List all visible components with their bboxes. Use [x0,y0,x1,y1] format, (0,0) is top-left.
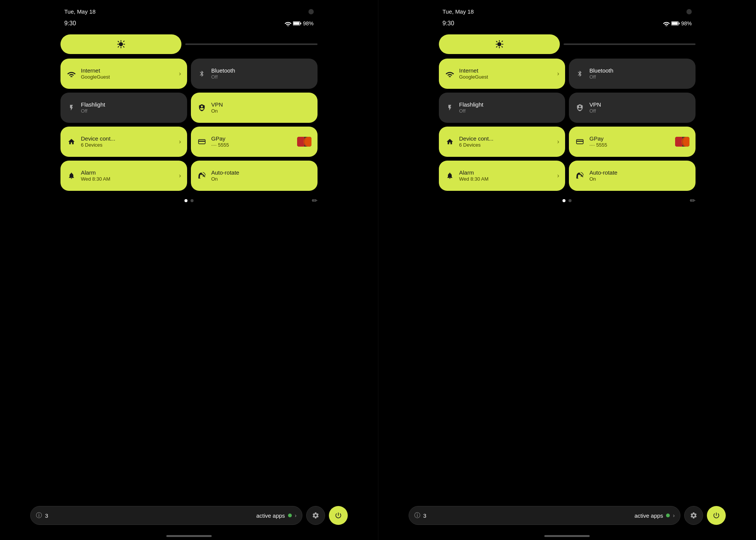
internet-tile-left[interactable]: Internet GoogleGuest › [60,59,187,89]
left-panel: Tue, May 18 9:30 98% [0,0,378,540]
power-button-right[interactable] [707,506,726,525]
gpay-text-right: GPay ···· 5555 [589,135,671,149]
vpn-svg-left [198,104,206,111]
brightness-track-right[interactable] [564,43,696,45]
wifi-tile-icon-left [67,69,76,79]
wifi-tile-svg-right [446,70,454,77]
power-button-left[interactable] [329,506,348,525]
brightness-pill-left[interactable] [60,34,181,54]
device-control-chevron-right: › [557,138,559,145]
device-control-tile-right[interactable]: Device cont... 6 Devices › [439,127,565,157]
brightness-row-left[interactable] [60,34,318,54]
camera-indicator-right [686,9,692,14]
home-tile-icon-left [67,137,76,147]
autorotate-subtitle-left: On [211,176,311,183]
bluetooth-tile-right[interactable]: Bluetooth Off [569,59,696,89]
flashlight-tile-left[interactable]: Flashlight Off [60,93,187,123]
alarm-chevron-left: › [179,172,181,179]
gpay-tile-right[interactable]: GPay ···· 5555 [569,127,696,157]
bluetooth-tile-left[interactable]: Bluetooth Off [191,59,318,89]
status-icons-left: 98% [285,20,313,26]
home-svg-left [68,138,75,145]
vpn-tile-icon-right [575,103,585,113]
card-svg-left [198,139,206,145]
flashlight-title-left: Flashlight [81,101,181,108]
device-control-title-left: Device cont... [81,135,174,142]
bluetooth-title-right: Bluetooth [589,67,689,74]
status-icons-right: 98% [663,20,692,26]
vpn-tile-right[interactable]: VPN Off [569,93,696,123]
info-icon-left: ⓘ [36,512,42,520]
dot-2-left [191,199,194,202]
gpay-card-icon-left [297,137,311,147]
active-apps-pill-right[interactable]: ⓘ 3 active apps › [409,506,681,525]
alarm-subtitle-right: Wed 8:30 AM [459,176,553,183]
bottom-bar-right: ⓘ 3 active apps › [409,506,726,525]
gear-button-left[interactable] [306,506,325,525]
flashlight-title-right: Flashlight [459,101,559,108]
bluetooth-text-right: Bluetooth Off [589,67,689,80]
flashlight-tile-icon-left [67,103,76,113]
gpay-tile-left[interactable]: GPay ···· 5555 [191,127,318,157]
svg-rect-9 [576,141,583,142]
home-svg-right [446,138,454,145]
device-control-subtitle-right: 6 Devices [459,142,553,149]
wifi-tile-svg-left [67,70,76,77]
alarm-subtitle-left: Wed 8:30 AM [81,176,174,183]
brightness-track-left[interactable] [185,43,318,45]
status-bar-right: Tue, May 18 [439,0,696,19]
flashlight-text-left: Flashlight Off [81,101,181,114]
edit-icon-right[interactable]: ✏ [690,197,696,205]
flashlight-text-right: Flashlight Off [459,101,559,114]
device-control-tile-left[interactable]: Device cont... 6 Devices › [60,127,187,157]
gear-svg-left [312,512,319,519]
dot-1-left [184,199,187,202]
power-svg-left [335,512,342,519]
gpay-card-icon-right [675,137,689,147]
time-left: 9:30 [64,20,76,27]
info-icon-right: ⓘ [414,512,420,520]
alarm-tile-left[interactable]: Alarm Wed 8:30 AM › [60,161,187,191]
gpay-text-left: GPay ···· 5555 [211,135,293,149]
device-control-chevron-left: › [179,138,181,145]
autorotate-title-left: Auto-rotate [211,169,311,176]
brightness-pill-right[interactable] [439,34,560,54]
bluetooth-tile-icon-left [197,69,207,79]
flashlight-svg-left [68,104,75,112]
autorotate-text-right: Auto-rotate On [589,169,689,183]
internet-text-left: Internet GoogleGuest [81,67,174,80]
vpn-subtitle-left: On [211,108,311,114]
autorotate-tile-left[interactable]: Auto-rotate On [191,161,318,191]
internet-tile-right[interactable]: Internet GoogleGuest › [439,59,565,89]
flashlight-svg-right [446,104,453,112]
vpn-tile-icon-left [197,103,207,113]
bottom-bar-left: ⓘ 3 active apps › [30,506,348,525]
alarm-title-left: Alarm [81,169,174,176]
vpn-tile-left[interactable]: VPN On [191,93,318,123]
internet-text-right: Internet GoogleGuest [459,67,553,80]
vpn-svg-right [576,104,584,111]
flashlight-tile-right[interactable]: Flashlight Off [439,93,565,123]
green-dot-right [666,514,670,517]
active-apps-count-left: 3 [45,512,253,519]
wifi-icon-left [285,21,291,26]
card-tile-icon-left [197,137,207,147]
edit-icon-left[interactable]: ✏ [312,197,318,205]
autorotate-tile-right[interactable]: Auto-rotate On [569,161,696,191]
bluetooth-tile-icon-right [575,69,585,79]
alarm-text-right: Alarm Wed 8:30 AM [459,169,553,183]
bluetooth-svg-left [198,70,205,78]
brightness-icon-right [494,39,504,49]
alarm-tile-right[interactable]: Alarm Wed 8:30 AM › [439,161,565,191]
gear-svg-right [690,512,697,519]
active-apps-pill-left[interactable]: ⓘ 3 active apps › [30,506,302,525]
home-indicator-left [166,535,212,537]
internet-subtitle-left: GoogleGuest [81,74,174,80]
gear-button-right[interactable] [684,506,703,525]
wifi-tile-icon-right [445,69,455,79]
brightness-row-right[interactable] [439,34,696,54]
time-right: 9:30 [443,20,454,27]
home-indicator-right [544,535,590,537]
vpn-title-right: VPN [589,101,689,108]
device-control-subtitle-left: 6 Devices [81,142,174,149]
